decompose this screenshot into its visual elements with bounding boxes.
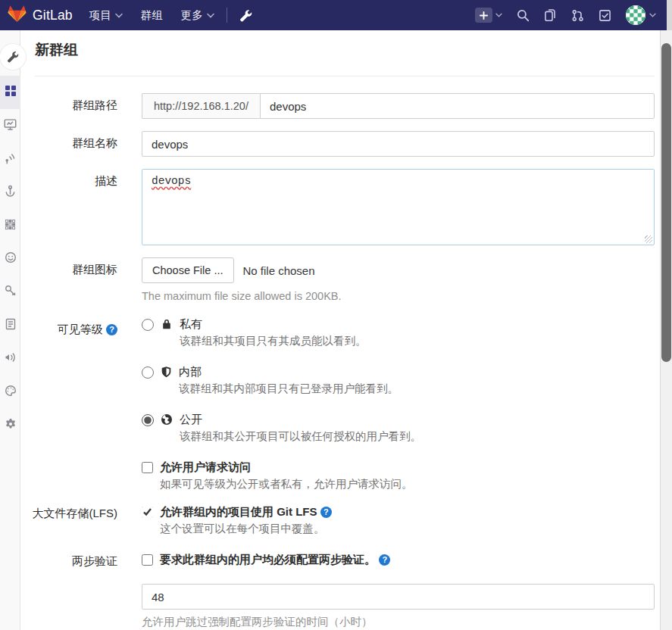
file-status: No file chosen: [243, 264, 315, 277]
gitlab-home-link[interactable]: GitLab: [8, 5, 73, 26]
page-title: 新群组: [35, 40, 655, 60]
group-name-input[interactable]: [142, 131, 655, 157]
page: GitLab 项目 群组 更多: [0, 0, 672, 630]
form-row-description: 描述 devops: [20, 169, 655, 245]
apps-grid-icon: [5, 219, 16, 233]
nav-item-groups[interactable]: 群组: [141, 8, 163, 23]
lfs-checkbox[interactable]: [142, 507, 153, 518]
shield-icon: [161, 366, 172, 396]
group-path-input[interactable]: [260, 93, 655, 119]
form-row-group-name: 群组名称: [20, 131, 655, 157]
avatar: [626, 5, 645, 25]
private-option-name: 私有: [180, 317, 202, 330]
nav-item-more[interactable]: 更多: [181, 8, 214, 23]
chevron-down-icon: [649, 13, 656, 17]
description-label: 描述: [20, 169, 142, 245]
nav-item-projects[interactable]: 项目: [89, 8, 123, 23]
two-factor-grace-input[interactable]: [142, 584, 655, 610]
new-dropdown[interactable]: [475, 8, 502, 23]
sidebar-item-settings[interactable]: [0, 409, 20, 442]
sidebar-item-appearance[interactable]: [0, 376, 20, 409]
sidebar-item-admin[interactable]: [0, 38, 20, 76]
lfs-row[interactable]: 允许群组内的项目使用 Git LFS 这个设置可以在每个项目中覆盖。: [142, 505, 655, 536]
help-icon[interactable]: [106, 324, 117, 335]
messages-icon: [5, 351, 17, 366]
vertical-scrollbar[interactable]: [660, 30, 672, 630]
chevron-down-icon: [495, 13, 502, 17]
broadcast-icon: [4, 151, 17, 167]
visibility-label-text: 可见等级: [58, 323, 103, 335]
palette-icon: [5, 385, 17, 400]
search-icon[interactable]: [517, 9, 530, 22]
main-content: 新群组 群组路径 http://192.168.1.20/ 群组名称 描述: [20, 30, 660, 630]
help-icon[interactable]: [379, 554, 390, 566]
sidebar-item-broadcast[interactable]: [0, 142, 20, 176]
group-name-label: 群组名称: [20, 131, 142, 157]
group-path-prefix: http://192.168.1.20/: [142, 93, 260, 119]
user-menu[interactable]: [626, 5, 656, 25]
plus-icon: [475, 8, 492, 23]
request-access-row[interactable]: 允许用户请求访问 如果可见等级为公开或者私有，允许用户请求访问。: [142, 460, 655, 491]
request-access-desc: 如果可见等级为公开或者私有，允许用户请求访问。: [160, 477, 413, 491]
resize-handle-icon[interactable]: [645, 235, 652, 243]
avatar-size-hint: The maximum file size allowed is 200KB.: [142, 290, 655, 302]
two-factor-checkbox[interactable]: [142, 554, 153, 566]
sidebar-item-overview[interactable]: [0, 76, 20, 109]
two-factor-title: 要求此群组内的用户均必须配置两步验证。: [160, 553, 376, 566]
hook-icon: [4, 185, 17, 201]
gitlab-tanuki-logo-icon: [8, 5, 27, 26]
public-option-name: 公开: [180, 413, 202, 426]
form-row-visibility: 可见等级 私有 该群组和其项目只有其成员能以看到。: [20, 317, 655, 491]
admin-wrench-icon[interactable]: [239, 9, 252, 22]
two-factor-grace-label: [20, 584, 142, 629]
nav-links: 项目 群组 更多: [89, 8, 214, 23]
wrench-icon: [0, 44, 26, 70]
todo-icon[interactable]: [599, 9, 611, 22]
visibility-option-internal[interactable]: 内部 该群组和其内部项目只有已登录用户能看到。: [142, 365, 655, 396]
form-row-group-path: 群组路径 http://192.168.1.20/: [20, 93, 655, 119]
globe-icon: [161, 413, 173, 444]
choose-file-button[interactable]: Choose File ...: [142, 257, 234, 283]
issues-icon[interactable]: [544, 9, 557, 22]
overview-grid-icon: [5, 85, 17, 100]
visibility-label: 可见等级: [20, 317, 142, 491]
sidebar-item-spam[interactable]: [0, 242, 20, 276]
log-icon: [5, 318, 17, 333]
internal-radio[interactable]: [142, 366, 154, 379]
request-access-title: 允许用户请求访问: [160, 460, 251, 473]
chevron-down-icon: [207, 13, 214, 18]
lfs-label: 大文件存储(LFS): [20, 505, 142, 536]
private-radio[interactable]: [142, 319, 154, 331]
sidebar-item-hooks[interactable]: [0, 176, 20, 209]
brand-name: GitLab: [33, 8, 73, 23]
two-factor-grace-hint: 允许用户跳过强制配置两步验证的时间（小时）: [142, 615, 655, 629]
scrollbar-thumb[interactable]: [661, 43, 671, 362]
help-icon[interactable]: [320, 507, 332, 518]
sidebar-item-monitoring[interactable]: [0, 109, 20, 142]
sidebar-item-logs[interactable]: [0, 309, 20, 342]
nav-divider: [227, 8, 227, 23]
public-radio[interactable]: [142, 414, 154, 426]
form-row-lfs: 大文件存储(LFS) 允许群组内的项目使用 Git LFS 这个设置可以在每个项…: [20, 505, 655, 536]
group-avatar-label: 群组图标: [20, 257, 142, 302]
description-textarea[interactable]: devops: [142, 169, 655, 245]
sidebar-item-deploy-keys[interactable]: [0, 276, 20, 309]
sidebar-item-messages[interactable]: [0, 342, 20, 376]
sidebar-item-applications[interactable]: [0, 209, 20, 242]
visibility-option-public[interactable]: 公开 该群组和其公开项目可以被任何授权的用户看到。: [142, 413, 655, 444]
admin-sidebar: [0, 30, 20, 630]
two-factor-label: 两步验证: [20, 553, 142, 569]
group-path-label: 群组路径: [20, 93, 142, 119]
chevron-down-icon: [115, 13, 123, 18]
request-access-checkbox[interactable]: [142, 462, 153, 473]
nav-item-groups-label: 群组: [141, 8, 163, 23]
nav-item-more-label: 更多: [181, 8, 203, 23]
lock-icon: [161, 318, 173, 348]
merge-request-icon[interactable]: [571, 9, 584, 22]
two-factor-row[interactable]: 要求此群组内的用户均必须配置两步验证。: [142, 553, 655, 567]
visibility-option-private[interactable]: 私有 该群组和其项目只有其成员能以看到。: [142, 317, 655, 348]
navbar-right: [475, 5, 656, 25]
form-row-group-avatar: 群组图标 Choose File ... No file chosen The …: [20, 257, 655, 302]
divider: [35, 76, 655, 76]
key-icon: [5, 285, 17, 300]
